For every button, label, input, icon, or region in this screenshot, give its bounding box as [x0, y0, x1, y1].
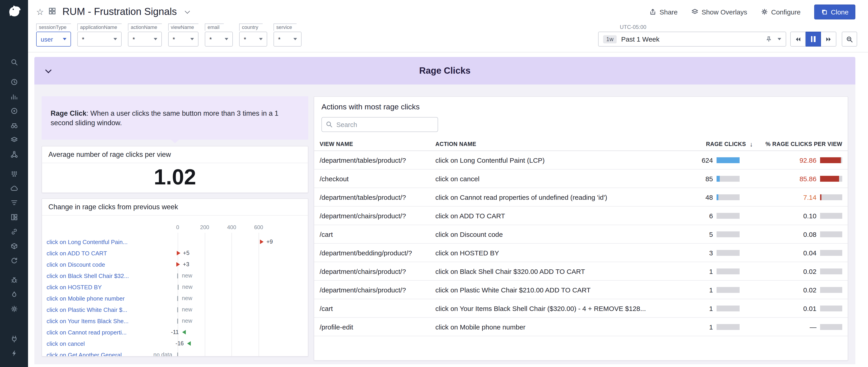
cell-view-name: /profile-edit [317, 323, 435, 331]
search-icon[interactable] [0, 55, 28, 69]
metrics-icon[interactable] [0, 89, 28, 103]
security-icon[interactable] [0, 302, 28, 316]
group-body: Rage Click: When a user clicks the same … [34, 85, 855, 364]
integrations-icon[interactable] [0, 331, 28, 346]
watchdog-icon[interactable] [0, 103, 28, 118]
cell-action-name: click on Discount code [435, 230, 670, 238]
favorite-star-icon[interactable]: ☆ [36, 7, 44, 16]
template-variable-filter[interactable]: service * [274, 24, 302, 47]
pin-icon[interactable] [765, 36, 772, 42]
col-action-name[interactable]: ACTION NAME [435, 141, 676, 147]
table-row[interactable]: /department/tables/product/? click on Ca… [314, 188, 848, 207]
show-overlays-button[interactable]: Show Overlays [691, 8, 747, 16]
table-row[interactable]: /department/chairs/product/? click on AD… [314, 207, 848, 225]
pct-rage-clicks-bar [820, 213, 842, 218]
quick-nav-icon[interactable] [0, 346, 28, 360]
left-column: Rage Click: When a user clicks the same … [41, 96, 308, 364]
template-variable-filter[interactable]: sessionType user [36, 24, 71, 47]
error-tracking-icon[interactable] [0, 273, 28, 287]
rewind-button[interactable] [790, 32, 806, 47]
col-pct-rage-clicks[interactable]: % RAGE CLICKS PER VIEW [757, 141, 842, 147]
pct-rage-clicks-bar [820, 157, 842, 163]
main: ☆ RUM - Frustration Signals Share Show O… [28, 0, 868, 367]
synthetics-icon[interactable] [0, 224, 28, 239]
network-icon[interactable] [0, 147, 28, 161]
table-row[interactable]: /profile-edit click on Mobile phone numb… [314, 318, 848, 336]
rage-clicks-table-panel: Actions with most rage clicks VIEW NAME … [314, 96, 848, 361]
cell-view-name: /department/chairs/product/? [317, 267, 435, 275]
table-search-input[interactable] [321, 117, 438, 132]
table-row[interactable]: /checkout click on cancel 85 85.86 [314, 170, 848, 188]
apm-icon[interactable] [0, 118, 28, 132]
cell-pct-rage-clicks: 0.10 [740, 212, 816, 219]
chart-row-label[interactable]: click on Mobile phone number [46, 293, 125, 304]
dashboards-icon[interactable] [0, 210, 28, 224]
chart-row-label[interactable]: click on Discount code [46, 259, 105, 270]
chart-row-label[interactable]: click on Long Contentful Pain... [46, 236, 127, 248]
logs-icon[interactable] [0, 132, 28, 147]
configure-button[interactable]: Configure [761, 8, 801, 16]
chart-row-label[interactable]: click on ADD TO CART [46, 248, 107, 259]
cell-rage-clicks: 48 [670, 193, 713, 201]
filter-value-box[interactable]: * [128, 32, 162, 47]
profiling-icon[interactable] [0, 287, 28, 302]
chart-row-label[interactable]: click on Plastic White Chair $... [46, 304, 127, 315]
template-variable-filter[interactable]: country * [239, 24, 267, 47]
table-row[interactable]: /cart click on Your Items Black Shell Ch… [314, 299, 848, 318]
sort-desc-icon[interactable]: ↓ [746, 141, 757, 148]
rage-clicks-bar [717, 231, 740, 237]
chart-row-change: new [182, 284, 193, 290]
serverless-icon[interactable] [0, 181, 28, 195]
share-button[interactable]: Share [649, 8, 678, 16]
time-caret-icon[interactable] [778, 38, 781, 40]
chart-row-label[interactable]: click on Your Items Black She... [46, 315, 129, 327]
forward-button[interactable] [821, 32, 836, 47]
template-variable-filter[interactable]: email * [205, 24, 233, 47]
chart-row-label[interactable]: click on Cannot read properti... [46, 327, 127, 338]
filter-value-box[interactable]: * [239, 32, 267, 47]
chart-row-label[interactable]: click on Black Shell Chair $32... [46, 270, 129, 282]
col-view-name[interactable]: VIEW NAME [317, 141, 435, 147]
processes-icon[interactable] [0, 166, 28, 181]
template-variable-filter[interactable]: actionName * [128, 24, 162, 47]
axis-tick-label: 600 [254, 224, 263, 231]
filter-value-box[interactable]: * [168, 32, 199, 47]
cell-rage-clicks: 624 [670, 156, 713, 164]
chart-row: click on cancel -16 [42, 338, 308, 349]
clone-button[interactable]: Clone [814, 4, 855, 19]
table-row[interactable]: /department/chairs/product/? click on Bl… [314, 262, 848, 281]
table-row[interactable]: /cart click on Discount code 5 0.08 [314, 225, 848, 244]
new-tick-icon [178, 273, 178, 278]
chart-row-change: no data [146, 351, 172, 357]
rum-icon[interactable] [0, 239, 28, 253]
chart-row-change: new [182, 318, 192, 325]
table-row[interactable]: /department/bedding/product/? click on H… [314, 244, 848, 262]
cell-rage-clicks: 85 [670, 175, 713, 182]
chart-row-label[interactable]: click on HOSTED BY [46, 282, 102, 293]
time-range-picker[interactable]: 1w Past 1 Week [598, 32, 786, 47]
filter-caret-icon [259, 38, 263, 40]
chart-row-label[interactable]: click on Get Another General... [46, 349, 127, 357]
chart-row-change: -16 [158, 340, 184, 347]
template-variable-filter[interactable]: viewName * [168, 24, 199, 47]
group-collapse-chevron-icon[interactable] [45, 67, 52, 73]
timezone-label: UTC-05:00 [620, 24, 646, 30]
filter-value-box[interactable]: * [205, 32, 233, 47]
pipelines-icon[interactable] [0, 195, 28, 210]
datadog-logo[interactable] [5, 2, 23, 20]
table-row[interactable]: /department/chairs/product/? click on Pl… [314, 281, 848, 299]
history-icon[interactable] [0, 74, 28, 89]
col-rage-clicks[interactable]: RAGE CLICKS [676, 141, 746, 147]
title-chevron-down-icon[interactable] [185, 8, 190, 14]
table-row[interactable]: /department/tables/product/? click on Lo… [314, 151, 848, 170]
chart-row-label[interactable]: click on cancel [46, 338, 85, 349]
filter-value-box[interactable]: * [274, 32, 302, 47]
chart-body: 0200400600 click on Long Contentful Pain… [42, 216, 308, 357]
ci-icon[interactable] [0, 253, 28, 268]
pause-button[interactable] [806, 32, 821, 47]
filter-value-box[interactable]: * [77, 32, 122, 47]
template-variable-filter[interactable]: applicationName * [77, 24, 122, 47]
filter-value-box[interactable]: user [36, 32, 71, 47]
zoom-out-button[interactable] [842, 32, 857, 47]
app: ☆ RUM - Frustration Signals Share Show O… [0, 0, 868, 367]
